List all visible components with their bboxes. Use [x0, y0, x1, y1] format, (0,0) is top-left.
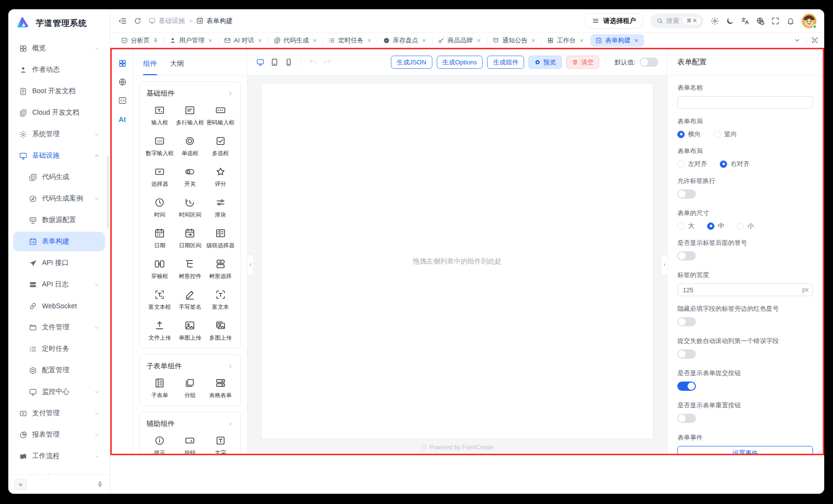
settings-button[interactable] — [711, 17, 719, 25]
tab-close-icon[interactable] — [476, 38, 482, 43]
radio-option[interactable]: 竖向 — [713, 130, 737, 139]
tab-close-icon[interactable] — [366, 38, 372, 43]
tab-workbench[interactable]: 工作台 — [542, 34, 589, 47]
form-name-input[interactable] — [677, 96, 813, 109]
sidebar-item-scheduled-tasks[interactable]: 定时任务 — [13, 339, 105, 359]
component-item[interactable]: 选择器 — [144, 161, 175, 192]
radio-option[interactable]: 左对齐 — [677, 160, 707, 168]
sidebar-item-overview[interactable]: 概览 — [13, 39, 105, 58]
component-item[interactable]: 滑块 — [205, 192, 236, 223]
component-item[interactable]: 提示 — [144, 430, 175, 454]
user-avatar[interactable] — [802, 14, 816, 28]
tab-close-icon[interactable] — [257, 38, 263, 43]
component-item[interactable]: 123 数字输入框 — [144, 131, 175, 161]
chevron-right-icon[interactable] — [227, 90, 234, 97]
collapse-right-panel-handle[interactable] — [661, 254, 667, 276]
default-value-toggle[interactable] — [640, 58, 658, 67]
tab-form-builder[interactable]: 表单构建 — [590, 34, 644, 47]
dark-mode-button[interactable] — [726, 17, 734, 25]
components-view-button[interactable] — [115, 56, 130, 71]
component-item[interactable]: 富文本框 — [144, 284, 175, 315]
tab-code-generation[interactable]: 代码生成 — [269, 34, 323, 47]
component-item[interactable]: 文件上传 — [144, 315, 175, 346]
component-item[interactable]: 分组 — [175, 373, 205, 403]
sidebar-collapse-button[interactable]: « — [14, 479, 27, 490]
tab-close-icon[interactable] — [579, 38, 585, 43]
sidebar-item-member[interactable]: 会员中心 — [13, 468, 105, 474]
ai-view-button[interactable]: AI — [115, 112, 130, 126]
tab-user-management[interactable]: 用户管理 — [164, 34, 218, 47]
redo-icon[interactable] — [323, 58, 331, 66]
component-item[interactable]: 穿梭框 — [144, 254, 175, 284]
content-fullscreen-icon[interactable] — [811, 37, 818, 44]
refresh-icon[interactable] — [134, 17, 142, 25]
hide-star-toggle[interactable] — [677, 317, 696, 326]
sidebar-item-author[interactable]: 作者动态 — [13, 60, 105, 80]
form-drop-zone[interactable]: 拖拽左侧列表中的组件到此处 — [261, 83, 653, 439]
sidebar-item-system[interactable]: 系统管理 — [13, 124, 105, 144]
breadcrumb-item-infra[interactable]: 基础设施 — [148, 17, 185, 25]
sidebar-item-reports[interactable]: 报表管理 — [13, 425, 105, 444]
component-item[interactable]: 单选框 — [175, 131, 205, 161]
component-item[interactable]: 树形选择 — [205, 254, 236, 284]
generate-json-button[interactable]: 生成JSON — [391, 56, 432, 69]
scroll-error-toggle[interactable] — [677, 349, 696, 359]
component-item[interactable]: 表格表单 — [205, 373, 236, 403]
sidebar-item-api-interface[interactable]: API 接口 — [13, 253, 105, 273]
component-item[interactable]: 时间 — [144, 192, 175, 223]
fullscreen-button[interactable] — [771, 17, 780, 25]
component-item[interactable]: 子表单 — [144, 373, 175, 403]
tab-close-icon[interactable] — [207, 38, 213, 43]
tab-close-icon[interactable] — [421, 38, 427, 43]
component-item[interactable]: 多行输入框 — [175, 100, 205, 131]
translate-button[interactable] — [741, 17, 750, 25]
undo-icon[interactable] — [309, 58, 317, 66]
component-item[interactable]: 密码输入框 — [205, 100, 236, 131]
sidebar-pin-icon[interactable] — [96, 481, 104, 488]
tab-analysis-page[interactable]: 分析页 — [116, 34, 163, 47]
component-item[interactable]: 时间区间 — [175, 192, 205, 223]
show-reset-toggle[interactable] — [677, 414, 696, 423]
locale-clock-button[interactable] — [756, 17, 765, 25]
preview-button[interactable]: 预览 — [528, 56, 562, 69]
component-item[interactable]: 级联选择器 — [205, 223, 236, 254]
sidebar-item-file-management[interactable]: 文件管理 — [13, 318, 105, 337]
component-item[interactable]: 文字 — [205, 430, 236, 454]
component-item[interactable]: 单图上传 — [175, 315, 205, 346]
sidebar-toggle-icon[interactable] — [118, 17, 127, 25]
tab-ai-chat[interactable]: AI 对话 — [219, 34, 268, 47]
radio-option[interactable]: 大 — [677, 222, 694, 230]
tabs-more-icon[interactable] — [793, 37, 801, 44]
tab-pin-icon[interactable] — [153, 38, 159, 43]
sidebar-item-monitor-center[interactable]: 监控中心 — [13, 382, 105, 402]
sidebar-item-workflow[interactable]: 工作流程 — [13, 446, 105, 466]
component-item[interactable]: 日期区间 — [175, 223, 205, 254]
radio-option[interactable]: 右对齐 — [720, 160, 750, 168]
tab-product-brand[interactable]: 商品品牌 — [433, 34, 487, 47]
sidebar-item-datasource[interactable]: 数据源配置 — [13, 210, 105, 230]
tab-scheduled-tasks[interactable]: 定时任务 — [324, 34, 377, 47]
chevron-right-icon[interactable] — [227, 363, 234, 370]
sidebar-item-config[interactable]: 配置管理 — [13, 361, 105, 380]
component-item[interactable]: 富文本 — [205, 284, 236, 315]
label-width-input[interactable] — [677, 283, 813, 296]
collapse-left-panel-handle[interactable] — [247, 254, 254, 276]
component-item[interactable]: 多选框 — [205, 131, 236, 161]
show-colon-toggle[interactable] — [677, 251, 696, 261]
tab-close-icon[interactable] — [633, 38, 639, 43]
globe-view-button[interactable] — [115, 75, 130, 89]
sidebar-item-code-gen-demo[interactable]: 代码生成案例 — [13, 189, 105, 208]
component-item[interactable]: 多图上传 — [205, 315, 236, 346]
radio-option[interactable]: 横向 — [677, 130, 701, 139]
sidebar-item-api-log[interactable]: API 日志 — [13, 275, 105, 294]
tablet-view-icon[interactable] — [270, 58, 279, 66]
tenant-select[interactable]: 请选择租户 — [585, 13, 644, 29]
sidebar-item-code-gen[interactable]: 代码生成 — [13, 167, 105, 187]
sidebar-item-cloud-docs[interactable]: Cloud 开发文档 — [13, 103, 105, 122]
sidebar-item-websocket[interactable]: WebSocket — [13, 296, 105, 316]
component-item[interactable]: 日期 — [144, 223, 175, 254]
tab-components[interactable]: 组件 — [143, 59, 157, 70]
component-item[interactable]: 评分 — [205, 161, 236, 192]
notifications-button[interactable] — [786, 17, 795, 25]
tab-close-icon[interactable] — [530, 38, 536, 43]
